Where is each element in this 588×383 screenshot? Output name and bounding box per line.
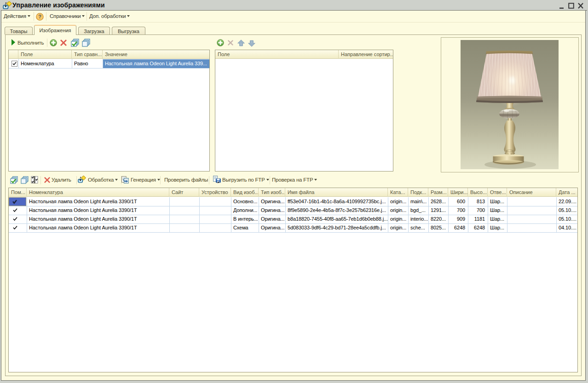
svg-text:?: ? bbox=[38, 14, 41, 19]
